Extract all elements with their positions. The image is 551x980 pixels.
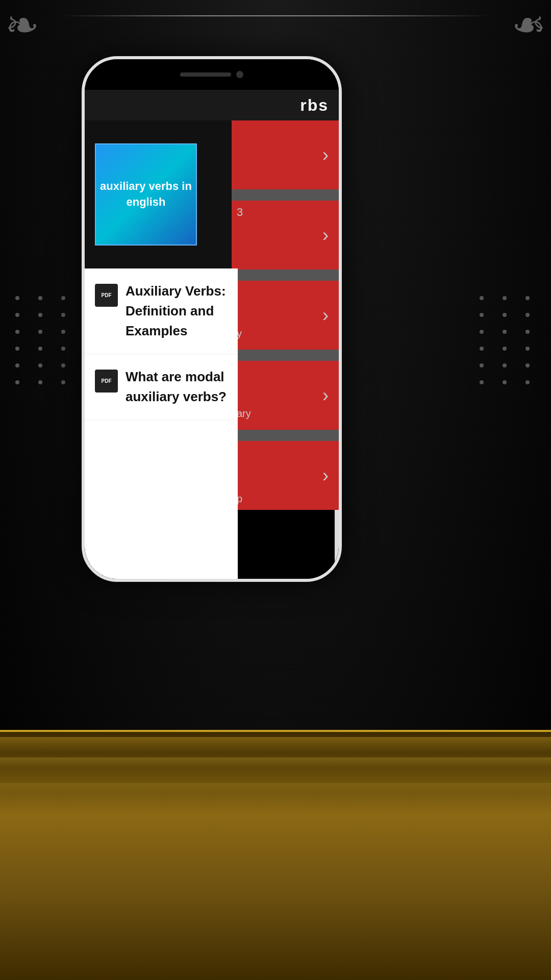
chevron-right-icon-4: ›: [322, 385, 329, 406]
app-header: rbs: [85, 90, 339, 120]
border-top: [61, 15, 490, 16]
power-button: [339, 182, 342, 223]
menu-item-2-text: What are modal auxiliary verbs?: [126, 367, 228, 407]
pdf-icon-2: PDF: [95, 370, 118, 393]
podium: [0, 730, 551, 980]
separator-1: [232, 189, 339, 201]
menu-item-1-text: Auxiliary Verbs: Definition and Examples: [126, 281, 228, 341]
corner-ornament-tl: ❧: [5, 5, 39, 46]
pdf-icon-label-2: PDF: [102, 378, 112, 384]
separator-4: [232, 430, 339, 441]
red-card-3[interactable]: y ›: [232, 281, 339, 350]
card-number-2: 3: [237, 206, 243, 219]
red-card-2[interactable]: 3 ›: [232, 201, 339, 270]
app-title: rbs: [300, 96, 329, 115]
separator-3: [232, 350, 339, 361]
card-label-4: ary: [237, 408, 251, 420]
thumbnail-text: auxiliary verbs in english: [96, 179, 196, 210]
right-cards-column: › 3 › y › ary › p ›: [232, 120, 339, 579]
phone-screen: rbs auxiliary verbs in english › 3 › y ›: [85, 90, 339, 579]
menu-item-1[interactable]: PDF Auxiliary Verbs: Definition and Exam…: [85, 268, 238, 354]
pdf-icon-1: PDF: [95, 284, 118, 307]
phone-camera: [236, 71, 243, 78]
dots-left: [15, 296, 71, 384]
menu-item-2[interactable]: PDF What are modal auxiliary verbs?: [85, 354, 238, 420]
chevron-right-icon-5: ›: [322, 465, 329, 486]
chevron-right-icon-1: ›: [322, 144, 329, 166]
video-thumbnail[interactable]: auxiliary verbs in english: [95, 143, 197, 246]
chevron-right-icon-2: ›: [322, 225, 329, 246]
pdf-icon-label-1: PDF: [102, 292, 112, 298]
menu-panel: PDF Auxiliary Verbs: Definition and Exam…: [85, 268, 238, 579]
corner-ornament-tr: ❧: [512, 5, 546, 46]
red-card-5[interactable]: p ›: [232, 441, 339, 510]
phone-device: rbs auxiliary verbs in english › 3 › y ›: [82, 56, 342, 582]
dots-right: [480, 296, 536, 384]
chevron-right-icon-3: ›: [322, 305, 329, 326]
red-card-4[interactable]: ary ›: [232, 361, 339, 430]
separator-2: [232, 270, 339, 281]
phone-top-bar: [85, 59, 339, 90]
red-card-1[interactable]: ›: [232, 120, 339, 189]
phone-speaker: [180, 72, 231, 77]
